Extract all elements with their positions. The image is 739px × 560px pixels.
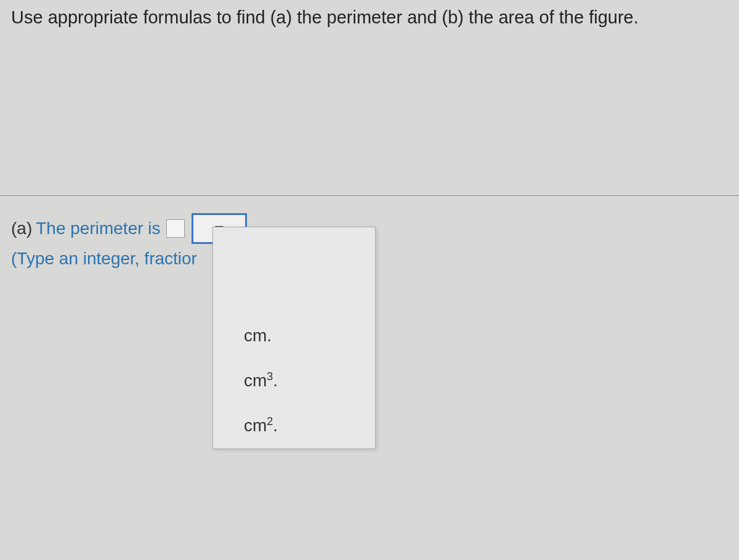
part-label: (a) (11, 219, 32, 238)
perimeter-statement: The perimeter is (36, 219, 160, 238)
unit-dropdown-panel: cm. cm3. cm2. (212, 227, 376, 449)
question-text: Use appropriate formulas to find (a) the… (0, 0, 739, 35)
perimeter-input[interactable] (166, 219, 185, 238)
answer-section: (a) The perimeter is (Type an integer, f… (0, 196, 739, 286)
dropdown-option-cm3[interactable]: cm3. (213, 358, 375, 403)
dropdown-option-cm2[interactable]: cm2. (213, 403, 375, 448)
dropdown-option-cm[interactable]: cm. (213, 314, 375, 358)
